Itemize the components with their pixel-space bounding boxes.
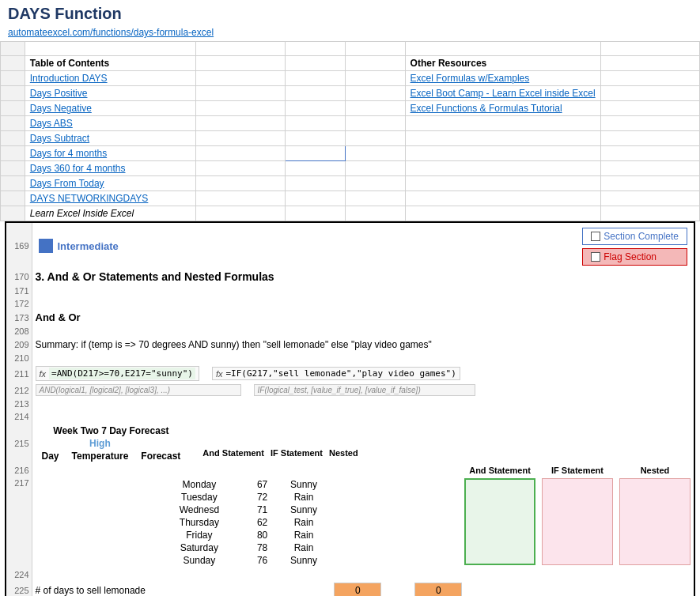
forecast-data-area: Monday 67 Sunny Tuesday 72 Rain Wednesd <box>32 477 694 568</box>
url-link[interactable]: automateexcel.com/functions/days-formula… <box>8 27 214 38</box>
forecast-col-headers: And Statement IF Statement Nested <box>32 464 694 477</box>
forecast-wednesday: Sunny <box>274 504 333 516</box>
forecast-tuesday: Rain <box>274 491 333 504</box>
row-num <box>1 71 25 86</box>
forecast-saturday: Rain <box>274 541 333 554</box>
toc-item-8[interactable]: DAYS NETWORKINGDAYS <box>25 191 195 206</box>
day-friday: Friday <box>160 529 239 541</box>
lemonade-label: # of days to sell lemonade <box>36 585 146 596</box>
forecast-col-temp: Temperature <box>66 450 135 462</box>
page-title: DAYS Function <box>8 5 692 23</box>
other-resources-header: Other Resources <box>405 56 600 71</box>
row-num-211: 211 <box>6 364 32 383</box>
row-num-173: 173 <box>6 310 32 325</box>
row-num-209: 209 <box>6 338 32 352</box>
formula-text-1: =AND(D217>=70,E217="sunny") <box>49 368 195 379</box>
lemonade-val1: 0 <box>334 583 381 596</box>
stat-col-header-nested: Nested <box>329 448 358 458</box>
forecast-col-forecast: Forecast <box>134 450 187 462</box>
temp-thursday: 62 <box>239 516 274 529</box>
day-saturday: Saturday <box>160 541 239 554</box>
other-resource-2[interactable]: Excel Functions & Formulas Tutorial <box>405 101 600 116</box>
toc-item-6[interactable]: Days 360 for 4 months <box>25 161 195 176</box>
section-complete-button[interactable]: Section Complete <box>582 228 687 245</box>
summary-row: Summary: if (temp is => 70 degrees AND s… <box>32 338 694 352</box>
row-num <box>1 56 25 71</box>
nested-header: Nested <box>619 466 691 475</box>
temp-saturday: 78 <box>239 541 274 554</box>
temp-tuesday: 72 <box>239 491 274 504</box>
row-num-215: 215 <box>6 423 32 464</box>
temp-monday: 67 <box>239 478 274 491</box>
formula-hint-row: AND(logical1, [logical2], [logical3], ..… <box>32 383 694 398</box>
formula-hint-text-1: AND(logical1, [logical2], [logical3], ..… <box>40 386 171 394</box>
fx-label-2: fx <box>216 369 223 379</box>
temp-sunday: 76 <box>239 554 274 567</box>
forecast-sunday: Sunny <box>274 554 333 567</box>
day-monday: Monday <box>160 478 239 491</box>
toc-item-0[interactable]: Introduction DAYS <box>25 71 195 86</box>
section-title: 3. And & Or Statements and Nested Formul… <box>36 270 274 283</box>
formula-hint-1: AND(logical1, [logical2], [logical3], ..… <box>36 384 241 396</box>
toc-item-5[interactable]: Days for 4 months <box>25 146 195 161</box>
row-num-216: 216 <box>6 464 32 477</box>
forecast-col-day: Day <box>36 450 66 462</box>
toc-item-3[interactable]: Days ABS <box>25 116 195 131</box>
toc-item-1[interactable]: Days Positive <box>25 86 195 101</box>
nested-chart <box>619 478 691 565</box>
row-num <box>1 176 25 191</box>
summary-text: Summary: if (temp is => 70 degrees AND s… <box>36 339 432 350</box>
if-statement-chart <box>542 478 613 565</box>
row-num-208: 208 <box>6 325 32 338</box>
lemonade-inputs: 0 0 <box>271 581 694 596</box>
day-tuesday: Tuesday <box>160 491 239 504</box>
section-title-row: 3. And & Or Statements and Nested Formul… <box>32 269 694 285</box>
row-num-224: 224 <box>6 568 32 581</box>
formula-bar-2: fx =IF(G217,"sell lemonade","play video … <box>212 367 460 380</box>
other-resource-1[interactable]: Excel Boot Camp - Learn Excel inside Exc… <box>405 86 600 101</box>
forecast-high-label: High <box>66 437 135 450</box>
toc-header: Table of Contents <box>25 56 195 71</box>
lemonade-val2: 0 <box>414 583 462 596</box>
day-sunday: Sunday <box>160 554 239 567</box>
forecast-friday: Rain <box>274 529 333 541</box>
intermediate-badge <box>39 239 53 253</box>
and-or-label: And & Or <box>36 311 81 323</box>
fx-label-1: fx <box>40 369 47 379</box>
row-num <box>1 191 25 206</box>
row-num <box>1 131 25 146</box>
action-buttons: Section Complete Flag Section <box>582 226 687 266</box>
formula-row: fx =AND(D217>=70,E217="sunny") fx =IF(G2… <box>32 364 694 383</box>
formula-hint-text-2: IF(logical_test, [value_if_true], [value… <box>258 386 421 394</box>
formula-bar-1: fx =AND(D217>=70,E217="sunny") <box>36 366 199 381</box>
row-num-212: 212 <box>6 383 32 398</box>
row-num <box>1 161 25 176</box>
intermediate-label: Intermediate <box>58 240 119 252</box>
row-num-data: 217 <box>6 477 32 568</box>
intermediate-row: Intermediate Section Complete Flag Secti… <box>32 223 694 269</box>
flag-section-button[interactable]: Flag Section <box>582 248 687 266</box>
and-statement-header: And Statement <box>464 466 535 475</box>
stat-col-header-if: IF Statement <box>271 448 323 458</box>
toc-item-4[interactable]: Days Subtract <box>25 131 195 146</box>
formula-text-2: =IF(G217,"sell lemonade","play video gam… <box>225 368 456 379</box>
row-num-213: 213 <box>6 398 32 410</box>
row-num <box>1 206 25 221</box>
row-num-169: 169 <box>6 223 32 269</box>
row-num-214: 214 <box>6 410 32 423</box>
toc-item-2[interactable]: Days Negative <box>25 101 195 116</box>
row-num-171: 171 <box>6 285 32 297</box>
formula-hint-2: IF(logical_test, [value_if_true], [value… <box>254 384 475 396</box>
row-num-210: 210 <box>6 352 32 364</box>
and-or-row: And & Or <box>32 310 694 325</box>
if-statement-header: IF Statement <box>542 466 613 475</box>
checkbox-icon-2 <box>591 252 600 262</box>
row-num-170: 170 <box>6 269 32 285</box>
forecast-monday: Sunny <box>274 478 333 491</box>
row-num <box>1 86 25 101</box>
checkbox-icon <box>591 232 600 241</box>
forecast-header-row: Week Two 7 Day Forecast High Day Tempera… <box>32 423 694 464</box>
stat-col-header-and: And Statement <box>202 448 264 458</box>
toc-item-7[interactable]: Days From Today <box>25 176 195 191</box>
other-resource-0[interactable]: Excel Formulas w/Examples <box>405 71 600 86</box>
